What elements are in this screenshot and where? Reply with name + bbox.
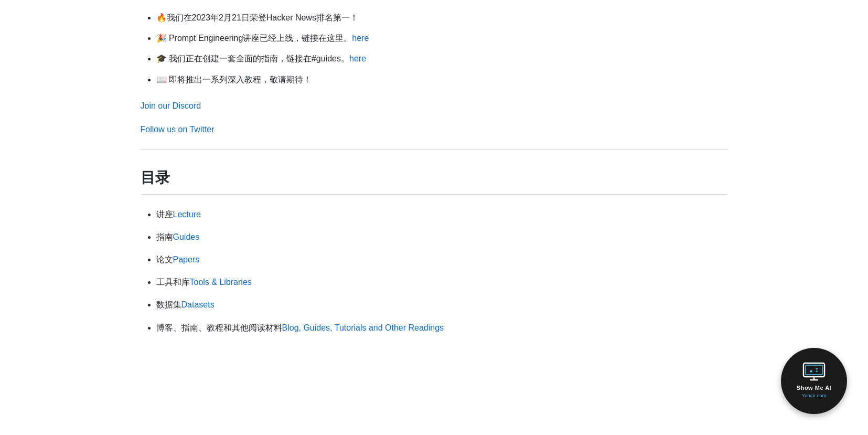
graduation-icon: 🎓 bbox=[156, 54, 167, 63]
bullet-1-text: 我们在2023年2月21日荣登Hacker News排名第一！ bbox=[167, 13, 358, 22]
announcement-list: 🔥我们在2023年2月21日荣登Hacker News排名第一！ 🎉 Promp… bbox=[141, 10, 728, 87]
toc-list: 讲座Lecture 指南Guides 论文Papers 工具和库Tools & … bbox=[141, 207, 728, 335]
toc-item-tools: 工具和库Tools & Libraries bbox=[156, 275, 728, 289]
list-item-2: 🎉 Prompt Engineering讲座已经上线，链接在这里。here bbox=[156, 31, 728, 45]
toc-item-lecture: 讲座Lecture bbox=[156, 207, 728, 221]
toc-tools-link[interactable]: Tools & Libraries bbox=[190, 278, 252, 287]
bullet-4-text: 即将推出一系列深入教程，敬请期待！ bbox=[167, 75, 312, 84]
toc-datasets-chinese: 数据集 bbox=[156, 300, 181, 309]
party-icon: 🎉 bbox=[156, 34, 167, 43]
section-divider bbox=[141, 149, 728, 150]
list-item-1: 🔥我们在2023年2月21日荣登Hacker News排名第一！ bbox=[156, 10, 728, 25]
toc-blog-link[interactable]: Blog, Guides, Tutorials and Other Readin… bbox=[282, 323, 444, 332]
list-item-4: 📖 即将推出一系列深入教程，敬请期待！ bbox=[156, 72, 728, 87]
bullet-2-text: Prompt Engineering讲座已经上线，链接在这里。 bbox=[167, 34, 352, 43]
toc-papers-link[interactable]: Papers bbox=[173, 255, 200, 264]
social-links-section: Join our Discord Follow us on Twitter bbox=[141, 99, 728, 136]
svg-text:▲ I: ▲ I bbox=[810, 368, 818, 373]
showme-ai-badge[interactable]: ▲ I Show Me AI Yuncn.com bbox=[781, 348, 847, 414]
toc-section: 目录 讲座Lecture 指南Guides 论文Papers 工具和库Tools… bbox=[141, 166, 728, 335]
toc-lecture-chinese: 讲座 bbox=[156, 210, 173, 219]
list-item-3: 🎓 我们正在创建一套全面的指南，链接在#guides。here bbox=[156, 51, 728, 66]
bullet-3-text: 我们正在创建一套全面的指南，链接在#guides。 bbox=[167, 54, 350, 63]
toc-item-papers: 论文Papers bbox=[156, 252, 728, 267]
toc-tools-chinese: 工具和库 bbox=[156, 278, 190, 287]
discord-link[interactable]: Join our Discord bbox=[141, 99, 728, 113]
toc-guides-chinese: 指南 bbox=[156, 232, 173, 241]
toc-item-blog: 博客、指南、教程和其他阅读材料Blog, Guides, Tutorials a… bbox=[156, 321, 728, 335]
badge-sub-text: Yuncn.com bbox=[801, 392, 826, 399]
badge-label-text: Show Me AI bbox=[797, 384, 831, 391]
toc-guides-link[interactable]: Guides bbox=[173, 232, 200, 241]
toc-lecture-link[interactable]: Lecture bbox=[173, 210, 201, 219]
toc-item-guides: 指南Guides bbox=[156, 230, 728, 244]
toc-title: 目录 bbox=[141, 166, 728, 195]
toc-item-datasets: 数据集Datasets bbox=[156, 298, 728, 312]
monitor-icon: ▲ I bbox=[802, 362, 826, 382]
toc-blog-chinese: 博客、指南、教程和其他阅读材料 bbox=[156, 323, 282, 332]
toc-datasets-link[interactable]: Datasets bbox=[181, 300, 215, 309]
lecture-here-link[interactable]: here bbox=[352, 34, 369, 43]
fire-icon: 🔥 bbox=[156, 13, 167, 22]
guides-here-link[interactable]: here bbox=[349, 54, 366, 63]
main-content: 🔥我们在2023年2月21日荣登Hacker News排名第一！ 🎉 Promp… bbox=[46, 0, 822, 364]
twitter-link[interactable]: Follow us on Twitter bbox=[141, 123, 728, 136]
toc-papers-chinese: 论文 bbox=[156, 255, 173, 264]
book-icon: 📖 bbox=[156, 75, 167, 84]
